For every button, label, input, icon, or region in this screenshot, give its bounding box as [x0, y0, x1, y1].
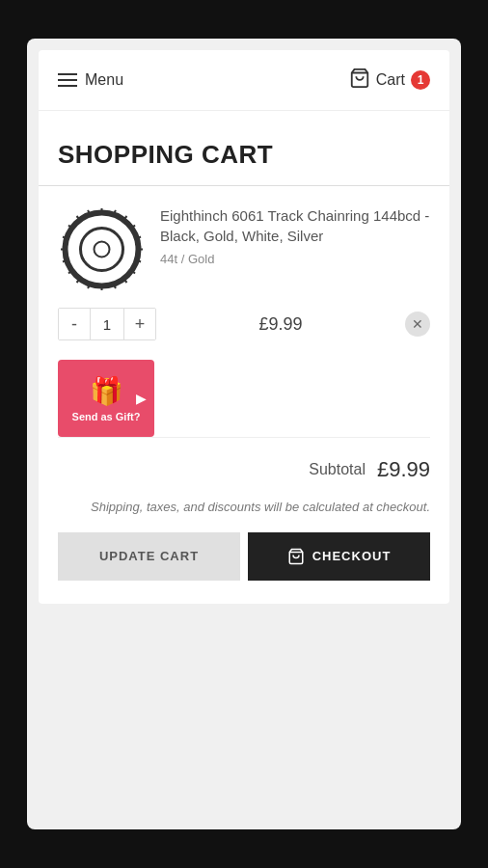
product-details: Eighthinch 6061 Track Chainring 144bcd -… [160, 205, 430, 266]
subtotal-value: £9.99 [377, 457, 430, 482]
checkout-button[interactable]: CHECKOUT [248, 532, 430, 581]
update-cart-button[interactable]: UPDATE CART [58, 532, 240, 581]
svg-line-18 [63, 260, 67, 262]
checkout-label: CHECKOUT [312, 549, 392, 563]
checkout-cart-icon [287, 548, 305, 565]
product-variant: 44t / Gold [160, 252, 430, 266]
shipping-note: Shipping, taxes, and discounts will be c… [39, 482, 449, 532]
quantity-decrease-button[interactable]: - [59, 309, 90, 339]
svg-point-3 [94, 241, 109, 257]
product-image [58, 205, 145, 292]
page-title-section: SHOPPING CART [39, 111, 449, 186]
page-title: SHOPPING CART [58, 140, 430, 170]
cart-item-top: Eighthinch 6061 Track Chainring 144bcd -… [58, 205, 430, 292]
svg-line-20 [63, 236, 67, 238]
gift-arrow-icon: ▶ [136, 391, 147, 406]
phone-container: Menu Cart 1 SHOPPING CART [27, 39, 461, 829]
product-image-svg [61, 208, 143, 290]
product-name: Eighthinch 6061 Track Chainring 144bcd -… [160, 205, 430, 246]
subtotal-row: Subtotal £9.99 [39, 438, 449, 482]
cart-icon [349, 68, 370, 93]
hamburger-icon [58, 73, 77, 87]
cart-item: Eighthinch 6061 Track Chainring 144bcd -… [39, 186, 449, 292]
quantity-input[interactable] [90, 309, 124, 339]
quantity-controls: - + [58, 308, 156, 340]
action-buttons: UPDATE CART CHECKOUT [39, 532, 449, 604]
item-price: £9.99 [258, 314, 302, 335]
gift-icon: 🎁 [90, 375, 123, 407]
quantity-increase-button[interactable]: + [124, 309, 155, 339]
svg-line-10 [137, 260, 141, 262]
menu-label: Menu [85, 71, 123, 89]
gift-label: Send as Gift? [72, 411, 141, 422]
remove-item-button[interactable]: ✕ [405, 312, 430, 337]
cart-badge: 1 [411, 70, 430, 90]
cart-card: Menu Cart 1 SHOPPING CART [39, 50, 449, 604]
qty-price-row: - + £9.99 ✕ [39, 292, 449, 340]
send-as-gift-button[interactable]: 🎁 Send as Gift? ▶ [58, 360, 154, 437]
cart-label: Cart [376, 71, 405, 89]
header: Menu Cart 1 [39, 50, 449, 111]
subtotal-label: Subtotal [309, 461, 366, 478]
cart-button[interactable]: Cart 1 [349, 68, 430, 93]
gift-section: 🎁 Send as Gift? ▶ [39, 340, 449, 437]
svg-line-8 [137, 236, 141, 238]
menu-button[interactable]: Menu [58, 71, 123, 89]
